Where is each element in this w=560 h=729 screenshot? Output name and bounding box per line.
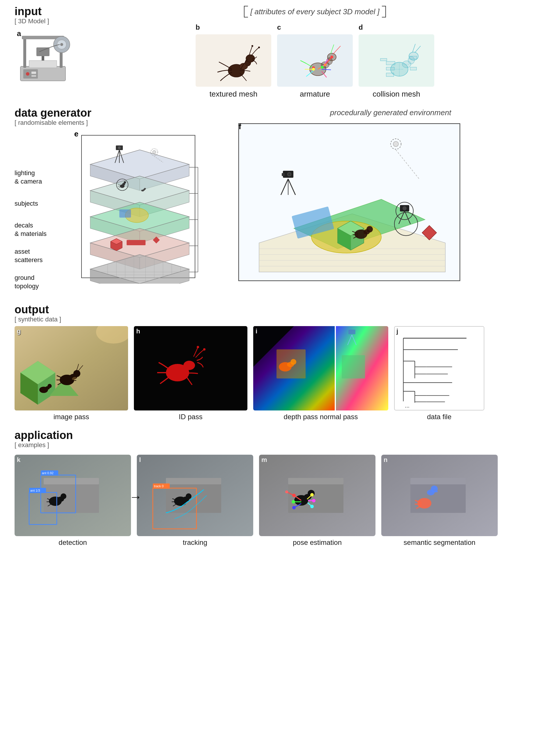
layer-label-assets: assetscatterers — [15, 243, 73, 269]
svg-rect-105 — [282, 173, 285, 176]
svg-point-143 — [197, 346, 199, 348]
env-scene-svg — [236, 121, 463, 284]
svg-text:ant 0.92: ant 0.92 — [42, 471, 54, 475]
svg-rect-51 — [410, 56, 417, 59]
output-h-label: ID pass — [179, 413, 202, 421]
attributes-header-row: [ attributes of every subject 3D model ] — [84, 6, 545, 17]
svg-point-215 — [292, 500, 295, 503]
svg-rect-12 — [31, 72, 36, 74]
svg-point-11 — [26, 72, 29, 76]
svg-point-61 — [118, 146, 121, 149]
app-pose: m — [259, 455, 375, 547]
svg-rect-202 — [288, 478, 343, 484]
svg-point-213 — [292, 494, 296, 497]
svg-point-9 — [60, 43, 63, 46]
app-k-wrapper: k — [15, 455, 131, 536]
input-block: input [ 3D Model ] a — [15, 6, 79, 84]
svg-rect-190 — [166, 478, 221, 484]
output-g-label: image pass — [54, 413, 89, 421]
svg-point-193 — [186, 493, 192, 499]
svg-point-74 — [124, 181, 126, 184]
app-seg-svg — [381, 455, 498, 536]
app-l-letter: l — [139, 456, 141, 464]
svg-text:...: ... — [405, 402, 410, 409]
svg-point-37 — [330, 56, 333, 58]
output-j-letter: j — [396, 328, 398, 335]
app-tracking-svg: track 0 — [137, 455, 253, 536]
svg-point-148 — [290, 359, 296, 365]
app-tracking: l — [137, 455, 253, 547]
attributes-items-row: b — [84, 23, 545, 99]
svg-point-218 — [312, 499, 316, 502]
dg-title-block: data generator [ randomisable elements ] — [15, 107, 218, 127]
app-detection-svg: ant 0.92 ant 1/3 — [15, 455, 131, 536]
input-label: input — [15, 6, 79, 17]
output-depth-normal-pass: i — [253, 326, 388, 421]
layer-label-assets-text: assetscatterers — [15, 248, 43, 264]
svg-rect-82 — [119, 210, 131, 218]
input-letter: a — [17, 29, 70, 38]
svg-rect-6 — [42, 56, 44, 61]
attr-collision-mesh: d — [359, 23, 434, 99]
dg-inner: lighting& camera subjects decals& materi… — [15, 130, 218, 295]
attr-b-image — [196, 34, 271, 87]
output-g-letter: g — [17, 328, 21, 335]
env-scene-wrapper: f — [236, 121, 545, 285]
svg-rect-150 — [342, 355, 365, 378]
app-k-label: detection — [59, 538, 87, 547]
app-n-wrapper: n — [381, 455, 498, 536]
dg-letter: e — [74, 130, 78, 139]
layer-label-decals-text: decals& materials — [15, 221, 47, 238]
app-label: application — [15, 430, 545, 441]
layer-label-lighting-text: lighting& camera — [15, 169, 42, 186]
svg-point-63 — [153, 150, 156, 154]
output-block: output [ synthetic data ] g — [15, 304, 545, 421]
svg-point-35 — [321, 66, 324, 69]
row1-input-attributes: input [ 3D Model ] a — [15, 6, 545, 99]
svg-line-54 — [412, 44, 415, 52]
attr-c-image — [277, 34, 353, 87]
app-k-letter: k — [17, 456, 20, 464]
input-sublabel: [ 3D Model ] — [15, 17, 79, 25]
ant-armature-svg — [280, 36, 350, 85]
app-n-letter: n — [384, 456, 387, 464]
svg-point-34 — [312, 68, 315, 71]
output-h-wrapper: h — [134, 326, 247, 410]
output-image-pass: g — [15, 326, 128, 421]
svg-point-36 — [324, 63, 327, 66]
output-g-wrapper: g — [15, 326, 128, 410]
attr-b-letter: b — [196, 23, 200, 31]
svg-rect-1 — [23, 37, 26, 68]
svg-point-217 — [310, 493, 314, 496]
svg-rect-222 — [410, 478, 466, 484]
bracket-left — [244, 6, 248, 17]
layer-label-decals: decals& materials — [15, 217, 73, 243]
application-block: application [ examples ] k — [15, 430, 545, 547]
attributes-header-text: [ attributes of every subject 3D model ] — [250, 7, 380, 16]
dg-label: data generator — [15, 107, 218, 118]
svg-line-38 — [333, 46, 341, 54]
svg-rect-5 — [36, 47, 49, 56]
app-segmentation: n — [381, 455, 498, 547]
svg-point-214 — [285, 490, 288, 493]
dg-iso-scene: e — [73, 130, 210, 284]
env-letter: f — [239, 122, 241, 131]
svg-rect-48 — [380, 58, 387, 61]
depth-svg — [253, 326, 335, 410]
output-title-block: output [ synthetic data ] — [15, 304, 545, 323]
app-sublabel: [ examples ] — [15, 441, 545, 449]
svg-rect-4 — [29, 61, 57, 68]
svg-point-107 — [288, 173, 290, 175]
output-i-letter: i — [256, 328, 257, 335]
svg-point-80 — [144, 188, 146, 190]
output-id-pass: h — [134, 326, 247, 421]
env-label-text: procedurally generated environment — [236, 107, 545, 118]
output-h-svg — [134, 326, 247, 410]
svg-point-127 — [73, 370, 80, 377]
output-j-wrapper: j — [394, 326, 484, 410]
svg-rect-221 — [410, 484, 466, 513]
svg-point-55 — [391, 62, 408, 76]
detection-to-tracking-arrow: → — [129, 489, 142, 504]
svg-point-219 — [310, 505, 314, 508]
layer-label-subjects-text: subjects — [15, 200, 38, 208]
